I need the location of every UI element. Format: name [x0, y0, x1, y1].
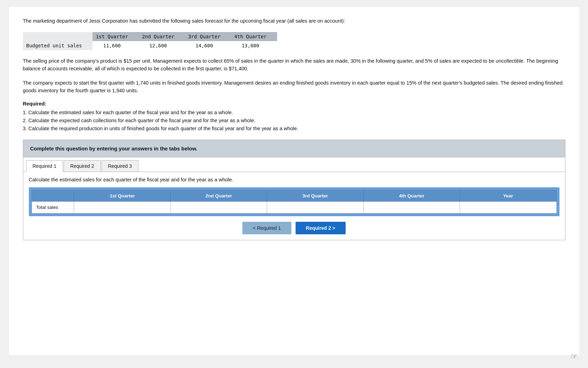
complete-question-box: Complete this question by entering your … — [23, 140, 565, 157]
answer-col-q2: 2nd Quarter — [170, 190, 267, 202]
total-sales-q4-cell[interactable] — [363, 202, 460, 213]
page-container: The marketing department of Jessi Corpor… — [9, 7, 579, 355]
prev-button[interactable]: < Required 1 — [242, 222, 291, 234]
required-item-3: 3. Calculate the required production in … — [23, 125, 565, 133]
complete-question-text: Complete this question by entering your … — [30, 146, 198, 151]
total-sales-q2-cell[interactable] — [170, 202, 267, 213]
tab-content-required1: Calculate the estimated sales for each q… — [23, 172, 565, 240]
next-button[interactable]: Required 2 > — [296, 222, 346, 234]
nav-buttons: < Required 1 Required 2 > — [29, 222, 559, 234]
total-sales-q3-cell[interactable] — [267, 202, 363, 213]
answer-col-q4: 4th Quarter — [363, 190, 460, 202]
forecast-q4-value: 13,600 — [231, 41, 277, 50]
answer-col-q1: 1st Quarter — [74, 190, 170, 202]
required-heading: Required: — [23, 101, 565, 107]
tabs-row: Required 1 Required 2 Required 3 — [23, 157, 565, 172]
forecast-header-q3: 3rd Quarter — [185, 32, 231, 41]
forecast-row-label: Budgeted unit sales — [23, 41, 92, 50]
forecast-header-q4: 4th Quarter — [231, 32, 277, 41]
answer-col-q3: 3rd Quarter — [267, 190, 363, 202]
tab-required-2[interactable]: Required 2 — [64, 160, 101, 172]
total-sales-label: Total sales — [32, 202, 74, 213]
answer-col-year: Year — [460, 190, 556, 202]
total-sales-q1-input[interactable] — [78, 204, 166, 211]
forecast-q1-value: 11,600 — [92, 41, 139, 50]
tab-required-3[interactable]: Required 3 — [102, 160, 139, 172]
answer-table-wrapper: 1st Quarter 2nd Quarter 3rd Quarter 4th … — [29, 187, 559, 216]
tabs-container: Required 1 Required 2 Required 3 Calcula… — [23, 157, 565, 240]
forecast-header-q2: 2nd Quarter — [138, 32, 185, 41]
required-item-1: 1. Calculate the estimated sales for eac… — [23, 109, 565, 117]
intro-paragraph: The marketing department of Jessi Corpor… — [23, 17, 565, 25]
total-sales-q4-input[interactable] — [368, 204, 456, 211]
forecast-header-q1: 1st Quarter — [92, 32, 139, 41]
paragraph2: The selling price of the company's produ… — [23, 57, 565, 73]
paragraph3: The company expects to start the first q… — [23, 79, 565, 95]
forecast-q3-value: 14,600 — [185, 41, 231, 50]
tab-required-1[interactable]: Required 1 — [26, 160, 63, 172]
answer-col-label — [32, 190, 74, 202]
forecast-q2-value: 12,600 — [138, 41, 185, 50]
total-sales-q2-input[interactable] — [175, 204, 263, 211]
required-item-2: 2. Calculate the expected cash collectio… — [23, 117, 565, 125]
total-sales-year-input[interactable] — [464, 204, 552, 211]
required-list: 1. Calculate the estimated sales for eac… — [23, 109, 565, 133]
answer-table: 1st Quarter 2nd Quarter 3rd Quarter 4th … — [32, 190, 557, 213]
answer-row-total-sales: Total sales — [32, 202, 556, 213]
forecast-table: 1st Quarter 2nd Quarter 3rd Quarter 4th … — [23, 32, 277, 50]
total-sales-q3-input[interactable] — [271, 204, 359, 211]
total-sales-year-cell[interactable] — [460, 202, 556, 213]
forecast-empty-header — [23, 32, 92, 41]
total-sales-q1-cell[interactable] — [74, 202, 170, 213]
tab-description: Calculate the estimated sales for each q… — [29, 177, 559, 182]
